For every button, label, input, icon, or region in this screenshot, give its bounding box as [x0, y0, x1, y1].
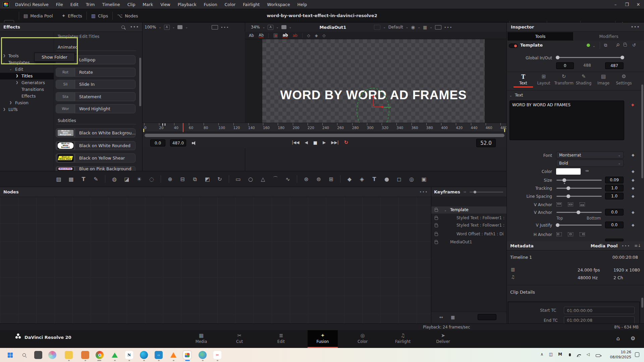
v-anchor-top-icon[interactable] — [556, 202, 562, 206]
global-in-field[interactable]: 0 — [556, 62, 574, 69]
node-color-dot[interactable] — [587, 44, 590, 47]
global-out-field[interactable]: 487 — [605, 62, 624, 69]
page-media[interactable]: ▦Media — [186, 330, 216, 348]
nodes-button[interactable]: ⌥Nodes — [113, 9, 142, 22]
play-button[interactable]: ▶ — [323, 140, 326, 145]
effect-item-black-on-white-rounded[interactable]: Black on WhiteRounded Black on White Rou… — [56, 141, 136, 150]
text-3d-tool-icon[interactable]: T — [371, 176, 378, 182]
tree-item-titles[interactable]: ❯Titles — [0, 73, 54, 79]
keyframes-time-field[interactable] — [478, 314, 496, 320]
page-cut[interactable]: ✂Cut — [224, 330, 255, 348]
text-section-chevron-icon[interactable]: ⌄ — [509, 94, 512, 97]
text-underline-icon[interactable]: Ab — [259, 33, 264, 38]
metadata-sort-icon[interactable]: ≡↓ — [634, 243, 641, 248]
char-style-icon[interactable]: a — [273, 33, 278, 38]
right-zoom-select[interactable]: 34% — [251, 25, 260, 29]
color-keyframe-diamond[interactable]: ◆ — [632, 169, 634, 174]
transform-tool-icon[interactable]: ↻ — [216, 176, 223, 182]
polygon-mask-tool-icon[interactable]: △ — [260, 176, 266, 182]
text-keyframe-diamond[interactable]: ◆ — [631, 103, 634, 107]
metadata-options-icon[interactable]: ••• — [622, 244, 630, 248]
page-deliver[interactable]: ➤Deliver — [428, 330, 458, 348]
current-frame-field[interactable]: 52.0 — [476, 139, 496, 147]
keyframes-spreadsheet-icon[interactable]: ▦ — [451, 315, 455, 320]
taskbar-notion-icon[interactable]: N — [125, 351, 133, 359]
line-spacing-field[interactable]: 1.0 — [605, 193, 624, 199]
rectangle-mask-tool-icon[interactable]: ▭ — [235, 176, 241, 182]
pin-icon[interactable]: ⚲ — [615, 42, 621, 48]
effects-scrollbar[interactable] — [139, 58, 141, 106]
particle-merge-tool-icon[interactable]: ⊚ — [315, 176, 322, 182]
bspline-mask-tool-icon[interactable]: ⌒ — [272, 176, 279, 183]
size-slider[interactable] — [556, 180, 602, 181]
tray-wifi-icon[interactable] — [577, 353, 581, 358]
font-family-select[interactable]: Montserrat⌄ — [556, 152, 624, 159]
h-anchor-left-icon[interactable] — [556, 232, 562, 236]
page-edit[interactable]: ≣Edit — [266, 330, 296, 348]
color-curves-tool-icon[interactable]: ◪ — [123, 176, 130, 182]
v-justify-keyframe-diamond[interactable]: ◆ — [632, 223, 634, 227]
tray-volume-icon[interactable]: ◁ — [587, 352, 590, 357]
shape-3d-tool-icon[interactable]: ◈ — [359, 176, 365, 182]
project-settings-gear-icon[interactable]: ⚙ — [631, 335, 635, 342]
tracking-keyframe-diamond[interactable]: ◆ — [632, 186, 634, 190]
notification-center-icon[interactable] — [635, 352, 639, 358]
roi-icon[interactable] — [374, 25, 380, 30]
node-color-chevron-icon[interactable]: ⌄ — [593, 44, 595, 48]
tab-transform[interactable]: ↻Transform — [553, 73, 574, 85]
taskbar-app-icon[interactable] — [34, 351, 42, 359]
font-style-select[interactable]: Bold⌄ — [556, 160, 624, 167]
left-zoom-select[interactable]: 100% — [145, 25, 156, 29]
line-spacing-keyframe-diamond[interactable]: ◆ — [632, 194, 634, 198]
taskbar-clock[interactable]: 10.26 08/09/2025 — [610, 350, 631, 360]
v-anchor-slider[interactable] — [556, 212, 602, 213]
size-keyframe-diamond[interactable]: ◆ — [632, 178, 634, 182]
nodes-panel[interactable]: Nodes ••• Template ◈ MediaOut1 ●● — [0, 187, 431, 323]
stop-button[interactable]: ■ — [313, 140, 317, 145]
menu-clip[interactable]: Clip — [124, 0, 139, 9]
tracking-slider[interactable] — [556, 188, 602, 189]
tray-hidden-icons-icon[interactable]: ∧ — [540, 352, 543, 357]
effect-item-word-highlight[interactable]: WorWord Highlight — [56, 104, 136, 113]
audio-mute-icon[interactable] — [192, 141, 197, 145]
channel-booleans-tool-icon[interactable]: ⧉ — [192, 176, 198, 182]
effect-item-slide-in[interactable]: SliSlide In — [56, 80, 136, 89]
matte-control-tool-icon[interactable]: ⊟ — [179, 176, 186, 182]
close-button[interactable]: ✕ — [633, 0, 644, 9]
tray-teams-icon[interactable]: M — [558, 352, 562, 357]
taskbar-davinci-resolve-icon[interactable] — [183, 351, 191, 359]
keyframes-row-styled-text-2[interactable]: Styled Text : Follower1 : — [431, 222, 506, 229]
menu-davinci-resolve[interactable]: DaVinci Resolve — [11, 0, 52, 9]
tab-text[interactable]: TText — [513, 73, 534, 85]
merge-tool-icon[interactable]: ⊕ — [167, 176, 173, 182]
size-field[interactable]: 0.09 — [605, 177, 624, 183]
tab-image[interactable]: ▤Image — [593, 73, 614, 85]
left-viewer-options-icon[interactable]: ••• — [221, 25, 229, 29]
inspector-scrollbar[interactable] — [641, 84, 643, 178]
merge-3d-tool-icon[interactable]: ● — [383, 176, 390, 182]
timeline-scrollbar[interactable] — [145, 134, 504, 137]
clips-button[interactable]: ▥Clips — [87, 9, 112, 22]
color-swatch[interactable] — [556, 168, 581, 175]
v-anchor-field[interactable]: 0.0 — [605, 209, 624, 216]
metadata-source[interactable]: Media Pool — [591, 243, 618, 248]
effect-item-blue-on-pink-background[interactable]: Blue on Pink Blue on Pink Background — [56, 166, 136, 171]
left-expand-icon[interactable] — [212, 25, 218, 29]
tree-item-generators[interactable]: ❯Generators — [0, 79, 54, 86]
lut-select[interactable]: Default — [388, 25, 403, 29]
keyframes-zoom-slider[interactable] — [470, 192, 503, 192]
tracking-field[interactable]: 1.0 — [605, 185, 624, 191]
tray-battery-icon[interactable] — [596, 353, 600, 358]
in-point-field[interactable]: 0.0 — [150, 139, 165, 146]
left-view-mode-icon[interactable] — [177, 25, 182, 29]
out-point-field[interactable]: 487.0 — [170, 139, 186, 146]
keyframe-path-icon-2[interactable]: ◈ — [315, 33, 318, 38]
menu-edit[interactable]: Edit — [67, 0, 82, 9]
nodes-options-icon[interactable]: ••• — [420, 190, 428, 194]
page-fairlight[interactable]: ♫Fairlight — [388, 330, 418, 348]
effect-item-statement[interactable]: StaStatement — [56, 92, 136, 101]
color-corrector-tool-icon[interactable]: ◍ — [111, 176, 118, 182]
font-keyframe-diamond[interactable]: ◆ — [632, 153, 634, 157]
camera-3d-tool-icon[interactable]: ◻ — [396, 176, 402, 182]
keyframe-path-icon-1[interactable]: ◇ — [307, 33, 310, 38]
